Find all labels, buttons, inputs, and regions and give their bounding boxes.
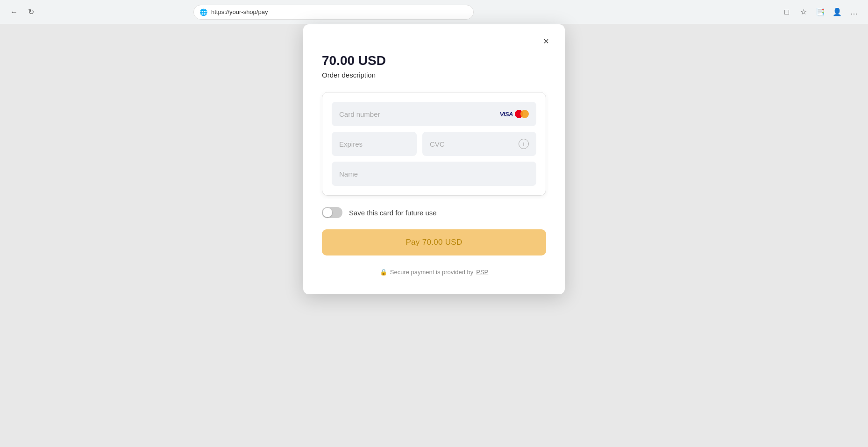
cvc-field[interactable]: i [422,132,536,156]
psp-link[interactable]: PSP [476,269,488,276]
secure-payment: 🔒 Secure payment is provided by PSP [322,269,546,276]
collections-icon[interactable]: 📑 [814,6,827,19]
save-card-label: Save this card for future use [349,209,437,217]
payment-modal: × 70.00 USD Order description VISA [303,24,565,294]
mastercard-icon [515,109,529,119]
name-row [332,162,536,186]
expires-cvc-row: i [332,132,536,156]
modal-header: × [303,24,565,49]
expires-input[interactable] [339,140,409,148]
card-number-field[interactable]: VISA [332,102,536,126]
name-field[interactable] [332,162,536,186]
card-form: VISA [322,92,546,196]
profile-icon[interactable]: 👤 [831,6,844,19]
cvc-input[interactable] [430,140,519,148]
page-background: × 70.00 USD Order description VISA [0,24,868,447]
star-icon[interactable]: ☆ [797,6,810,19]
save-card-row: Save this card for future use [322,207,546,218]
back-button[interactable]: ← [7,6,21,19]
visa-icon: VISA [500,111,513,118]
lock-icon: 🔒 [380,269,387,276]
expires-col [332,132,417,156]
expires-field[interactable] [332,132,417,156]
more-icon[interactable]: … [847,6,861,19]
tab-icon[interactable]: □ [780,6,793,19]
address-bar[interactable]: 🌐 https://your-shop/pay [193,5,474,20]
card-icons: VISA [500,109,529,119]
url-text: https://your-shop/pay [211,8,268,15]
toggle-track[interactable] [322,207,342,218]
modal-overlay: × 70.00 USD Order description VISA [0,24,868,447]
cvc-col: i [422,132,536,156]
browser-controls: ← ↻ [7,6,37,19]
close-button[interactable]: × [539,34,554,49]
browser-chrome: ← ↻ 🌐 https://your-shop/pay □ ☆ 📑 👤 … [0,0,868,24]
refresh-button[interactable]: ↻ [24,6,37,19]
globe-icon: 🌐 [199,8,207,16]
card-number-input[interactable] [339,110,500,118]
browser-actions: □ ☆ 📑 👤 … [780,6,861,19]
amount: 70.00 USD [322,53,546,68]
pay-button[interactable]: Pay 70.00 USD [322,229,546,255]
toggle-thumb [323,208,332,217]
order-description: Order description [322,71,546,79]
save-card-toggle[interactable] [322,207,342,218]
modal-body: 70.00 USD Order description VISA [303,49,565,294]
name-input[interactable] [339,170,529,178]
secure-text: Secure payment is provided by [390,269,473,276]
mastercard-circle-right [520,110,529,118]
cvc-info-icon[interactable]: i [519,139,529,149]
card-number-row: VISA [332,102,536,126]
